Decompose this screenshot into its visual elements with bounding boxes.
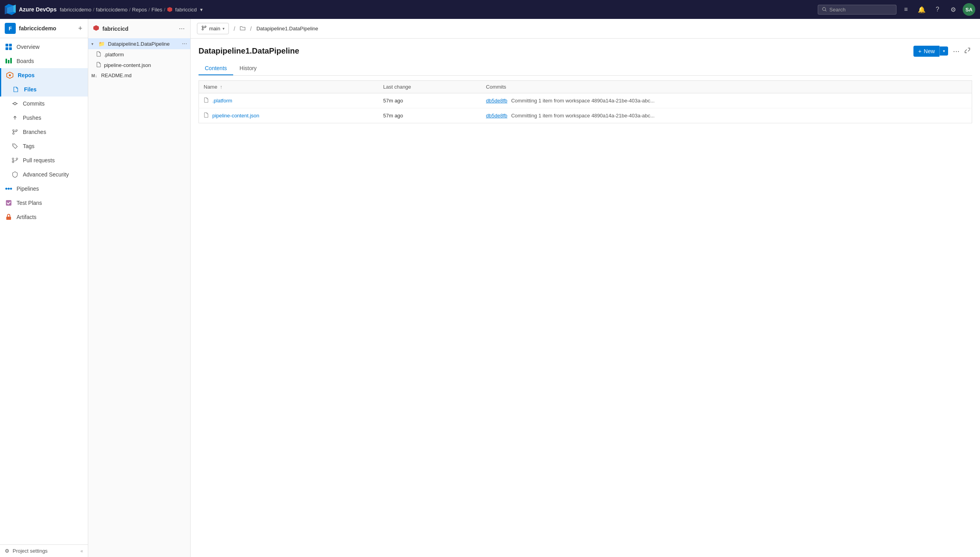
repos-icon: [6, 71, 14, 79]
file-panel-more-button[interactable]: ···: [178, 24, 186, 33]
search-icon: [822, 7, 827, 12]
chevron-down-icon: ▾: [91, 42, 96, 46]
brand-name[interactable]: Azure DevOps: [19, 6, 57, 13]
sort-arrow-icon: ↑: [220, 84, 223, 90]
svg-rect-7: [9, 44, 12, 46]
breadcrumb-repo[interactable]: fabriccicd ▾: [167, 7, 203, 13]
svg-rect-8: [6, 47, 8, 50]
breadcrumb-project[interactable]: fabriccicdemo: [96, 7, 128, 13]
bell-icon-btn[interactable]: 🔔: [915, 3, 928, 16]
svg-point-32: [202, 29, 204, 30]
commits-icon: [11, 100, 19, 108]
branch-icon: [201, 25, 207, 32]
breadcrumb-files[interactable]: Files: [152, 7, 162, 13]
sidebar-item-overview[interactable]: Overview: [0, 40, 88, 54]
sidebar-item-pullrequests[interactable]: Pull requests: [0, 153, 88, 167]
svg-rect-10: [6, 59, 7, 63]
svg-point-20: [13, 145, 14, 145]
project-settings[interactable]: ⚙ Project settings «: [0, 544, 88, 557]
tree-item-platform[interactable]: .platform: [88, 49, 190, 60]
tab-contents[interactable]: Contents: [199, 62, 233, 75]
sidebar-item-files[interactable]: Files: [0, 82, 88, 97]
sidebar-label-overview: Overview: [17, 44, 39, 50]
page-title: Datapipeline1.DataPipeline: [199, 46, 913, 56]
commit-cell: db5de8fb Committing 1 item from workspac…: [481, 93, 972, 108]
org-icon: F: [5, 23, 16, 34]
sidebar-item-boards[interactable]: Boards: [0, 54, 88, 68]
breadcrumb-separator: /: [232, 26, 237, 32]
file-icon-platform: [96, 51, 102, 58]
col-name: Name ↑: [199, 81, 379, 93]
branch-chevron-icon: ▾: [223, 26, 225, 31]
sidebar-item-pushes[interactable]: Pushes: [0, 111, 88, 125]
svg-point-23: [16, 158, 18, 160]
main-layout: F fabriccicdemo + Overview Boards: [0, 19, 980, 557]
boards-icon: [5, 57, 13, 65]
table-header-row: Name ↑ Last change Commits: [199, 81, 972, 93]
testplans-icon: [5, 199, 13, 207]
file-panel: fabriccicd ··· ▾ 📁 Datapipeline1.DataPip…: [88, 19, 191, 557]
sidebar-item-commits[interactable]: Commits: [0, 97, 88, 111]
breadcrumb-org[interactable]: fabriccicdemo: [60, 7, 91, 13]
commit-hash-link[interactable]: db5de8fb: [486, 113, 507, 119]
branch-name: main: [209, 26, 220, 32]
help-icon-btn[interactable]: ?: [931, 3, 944, 16]
tree-item-label-datapipeline: Datapipeline1.DataPipeline: [108, 41, 170, 47]
search-input[interactable]: [830, 7, 892, 13]
svg-point-24: [6, 188, 7, 190]
svg-rect-11: [8, 60, 9, 63]
commit-message: Committing 1 item from workspace 4890a14…: [511, 113, 655, 119]
sidebar-label-pipelines: Pipelines: [17, 186, 39, 192]
settings-icon-btn[interactable]: ⚙: [947, 3, 960, 16]
settings-gear-icon: ⚙: [5, 548, 9, 554]
table-row: .platform 57m ago db5de8fb Committing 1 …: [199, 93, 972, 108]
pipelines-icon: [5, 185, 13, 193]
svg-rect-12: [10, 58, 12, 63]
commit-cell: db5de8fb Committing 1 item from workspac…: [481, 108, 972, 123]
file-row-icon: [204, 97, 209, 104]
org-name: fabriccicdemo: [19, 25, 74, 32]
sidebar-item-branches[interactable]: Branches: [0, 125, 88, 139]
azure-devops-logo: [5, 4, 16, 15]
sidebar-item-tags[interactable]: Tags: [0, 139, 88, 153]
last-change: 57m ago: [379, 108, 481, 123]
tab-history[interactable]: History: [233, 62, 263, 75]
svg-point-33: [205, 26, 206, 28]
list-icon-btn[interactable]: ≡: [900, 3, 912, 16]
commit-message: Committing 1 item from workspace 4890a14…: [511, 98, 655, 104]
content-more-button[interactable]: ···: [951, 45, 961, 57]
col-lastchange: Last change: [379, 81, 481, 93]
tree-item-datapipeline[interactable]: ▾ 📁 Datapipeline1.DataPipeline ···: [88, 38, 190, 49]
sidebar-item-artifacts[interactable]: Artifacts: [0, 210, 88, 224]
file-name[interactable]: .platform: [212, 98, 232, 104]
tree-item-label-readme: README.md: [101, 72, 132, 78]
new-dropdown-button[interactable]: ▾: [939, 46, 948, 56]
content-header: main ▾ / / Datapipeline1.DataPipeline: [191, 19, 980, 39]
commit-hash-link[interactable]: db5de8fb: [486, 98, 507, 104]
table-row: pipeline-content.json 57m ago db5de8fb C…: [199, 108, 972, 123]
tree-item-pipeline-content[interactable]: pipeline-content.json: [88, 60, 190, 71]
branch-selector[interactable]: main ▾: [197, 23, 229, 34]
new-button[interactable]: + New: [913, 46, 939, 57]
sidebar-label-repos: Repos: [18, 72, 35, 78]
breadcrumb-repos[interactable]: Repos: [132, 7, 147, 13]
sidebar-org: F fabriccicdemo +: [0, 19, 88, 38]
svg-point-14: [14, 102, 16, 105]
tree-item-more-button[interactable]: ···: [182, 40, 187, 47]
svg-point-22: [12, 161, 14, 163]
file-name[interactable]: pipeline-content.json: [212, 113, 259, 119]
tree-item-readme[interactable]: M↓ README.md: [88, 71, 190, 80]
sidebar-item-repos[interactable]: Repos: [0, 68, 88, 82]
file-name-cell: .platform: [199, 93, 379, 108]
sidebar-item-pipelines[interactable]: Pipelines: [0, 182, 88, 196]
expand-button[interactable]: [963, 46, 972, 57]
add-org-button[interactable]: +: [77, 24, 83, 33]
avatar[interactable]: SA: [963, 3, 975, 16]
plus-icon: +: [918, 48, 921, 54]
sidebar-item-testplans[interactable]: Test Plans: [0, 196, 88, 210]
sidebar-item-advsec[interactable]: Advanced Security: [0, 167, 88, 182]
svg-point-21: [12, 158, 14, 160]
search-box[interactable]: [818, 5, 896, 15]
tree-item-label-platform: .platform: [104, 52, 124, 58]
breadcrumb: fabriccicdemo / fabriccicdemo / Repos / …: [60, 7, 203, 13]
